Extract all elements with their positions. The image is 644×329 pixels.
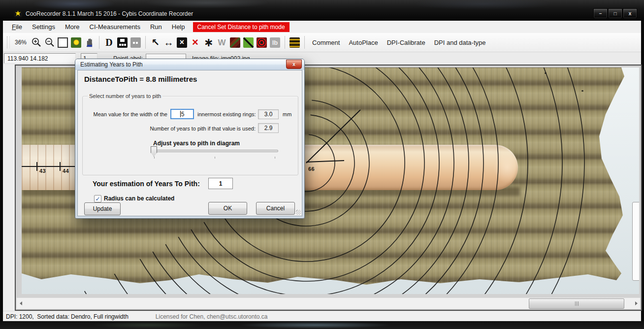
horizontal-arrow-icon[interactable]: ↔ [162, 36, 175, 49]
resize-grip-icon[interactable] [296, 210, 301, 215]
minimize-button[interactable]: – [593, 8, 608, 19]
delete-point-icon[interactable]: × [176, 36, 188, 49]
menu-help[interactable]: Help [167, 22, 190, 32]
w-tool-icon[interactable]: W [216, 36, 228, 49]
adjust-years-label: Adjust years to pith in diagram [153, 140, 240, 147]
ring-width-value: 3.0 [258, 109, 279, 119]
toolbar-separator [145, 36, 146, 49]
right-edge-panel-fragment [632, 202, 639, 281]
frame-select-icon[interactable] [57, 36, 69, 49]
years-slider-track[interactable] [153, 150, 278, 152]
mean-width-label: Mean value for the width of the [86, 111, 167, 117]
estimation-label: Your estimation of Years To Pith: [93, 180, 200, 188]
dialog-close-icon[interactable]: x [286, 60, 302, 69]
ok-button[interactable]: OK [208, 202, 247, 215]
scrollbar-thumb[interactable] [529, 298, 624, 309]
menu-file[interactable]: File [7, 22, 27, 32]
lb-tool-icon[interactable]: lb [269, 36, 281, 49]
dpi-datatype-button[interactable]: DPI and data-type [430, 37, 490, 48]
green-diagonal-icon[interactable] [242, 36, 255, 49]
zoom-level-label: 36% [15, 39, 27, 46]
coordinate-list-icon[interactable] [289, 36, 301, 49]
estimating-years-to-pith-dialog: Estimating Years to Pith x DistanceToPit… [75, 59, 305, 219]
red-x-icon[interactable]: × [189, 36, 201, 49]
status-dpi-info: DPI: 1200, Sorted data: Dendro, Full rin… [6, 313, 129, 320]
flower-logo-icon [15, 11, 21, 16]
window-bottom-edge [0, 321, 644, 329]
status-license-info: Licensed for Chen, chen@utsc.utoronto.ca [156, 313, 268, 320]
bark-texture-icon[interactable] [229, 36, 241, 49]
pointer-arrow-icon[interactable]: ↖ [149, 36, 161, 49]
menu-bar: File Settings More CI-Measurements Run H… [3, 21, 641, 33]
hand-pan-icon[interactable] [83, 36, 96, 49]
app-icon [14, 9, 22, 17]
radius-checkbox-label: Radius can be calculated [104, 195, 174, 202]
zoom-out-icon[interactable] [43, 36, 56, 49]
text-caret [180, 111, 181, 117]
dialog-body: DistanceToPith = 8.8 millimetres Select … [77, 70, 302, 216]
horizontal-scrollbar [16, 297, 641, 309]
star-point-icon[interactable]: ∗ [202, 36, 215, 49]
slider-tick [215, 157, 215, 159]
zoom-in-icon[interactable] [30, 36, 42, 49]
close-button[interactable]: x [623, 8, 637, 19]
window-title: CooRecorder 8.1.1 March 15 2016 - Cybis … [26, 10, 193, 17]
d-tool-icon[interactable]: D [103, 36, 115, 49]
menu-more[interactable]: More [60, 22, 85, 32]
mm-units-label: mm [283, 111, 291, 117]
ring-number-label: 66 [308, 166, 315, 172]
dialog-title-bar[interactable]: Estimating Years to Pith [75, 59, 304, 70]
radius-checkbox[interactable]: ✓ [94, 195, 101, 202]
autoplace-button[interactable]: AutoPlace [344, 37, 382, 48]
cancel-button[interactable]: Cancel [256, 202, 295, 215]
scroll-left-arrow[interactable] [17, 298, 25, 309]
comment-button[interactable]: Comment [308, 37, 344, 48]
slider-tick [275, 157, 275, 159]
toolbar-grip [7, 36, 10, 48]
flower-image-icon[interactable] [70, 36, 82, 49]
menu-settings[interactable]: Settings [27, 22, 60, 32]
target-icon[interactable] [256, 36, 268, 49]
window-controls: – □ x [593, 8, 637, 19]
left-triangle-icon [20, 301, 22, 305]
ring-number-label: 43 [39, 168, 46, 174]
menu-run[interactable]: Run [145, 22, 167, 32]
points-pattern-dark-icon[interactable] [116, 36, 129, 49]
years-group-label: Select number of years to pith [88, 93, 162, 99]
dialog-title: Estimating Years to Pith [80, 61, 143, 68]
scroll-right-arrow[interactable] [632, 298, 640, 309]
menu-ci-measurements[interactable]: CI-Measurements [85, 22, 145, 32]
maximize-button[interactable]: □ [608, 8, 622, 19]
points-pattern-gray-icon[interactable] [129, 36, 142, 49]
ring-number-label: 44 [63, 168, 69, 174]
years-if-used-label: Number of years to pith if that value is… [97, 126, 256, 132]
years-group-box [82, 96, 298, 175]
toolbar-separator [304, 36, 305, 49]
right-triangle-icon [635, 301, 638, 305]
scrollbar-track[interactable] [25, 298, 632, 309]
toolbar-separator [99, 36, 99, 49]
toolbar: 36% D ↖ ↔ × × ∗ W lb Com [3, 33, 641, 52]
dpi-calibrate-button[interactable]: DPI-Calibrate [383, 37, 430, 48]
slider-tick [154, 157, 155, 159]
distance-to-pith-heading: DistanceToPith = 8.8 millimetres [84, 75, 197, 83]
cursor-coordinates: 113.940 14.182 [4, 53, 76, 64]
years-if-used-value: 2.9 [258, 123, 279, 133]
status-bar: DPI: 1200, Sorted data: Dendro, Full rin… [3, 311, 641, 322]
mean-rings-input[interactable]: 5 [170, 109, 194, 119]
innermost-rings-label: innermost existing rings: [197, 111, 256, 117]
title-bar: CooRecorder 8.1.1 March 15 2016 - Cybis … [0, 0, 644, 21]
estimation-input[interactable]: 1 [208, 178, 233, 189]
update-button[interactable]: Update [84, 202, 121, 215]
cancel-pith-mode-banner[interactable]: Cancel Set Distance to pith mode [193, 22, 290, 32]
toolbar-separator [285, 36, 285, 49]
